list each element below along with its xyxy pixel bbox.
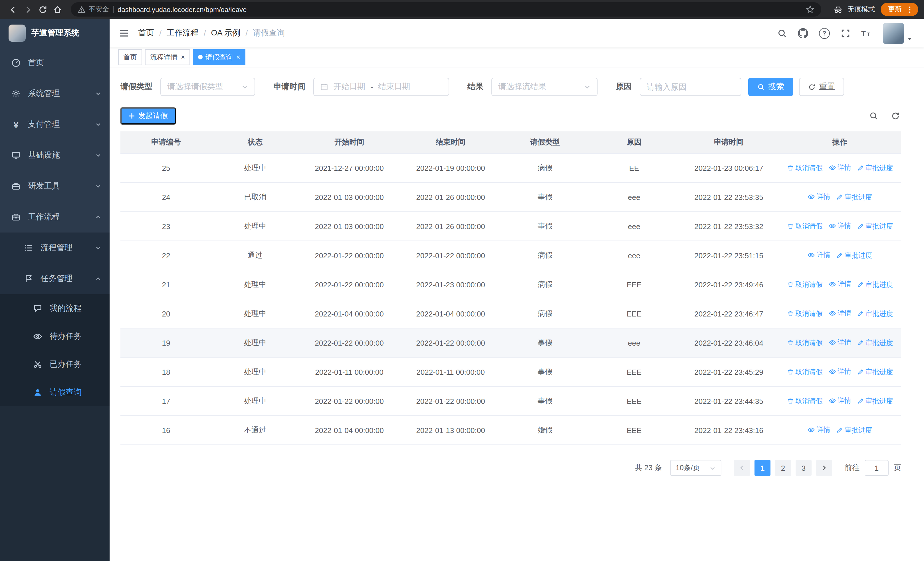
font-size-icon[interactable]: TT [861,28,872,38]
detail-action-link[interactable]: 详情 [808,250,830,260]
refresh-table-icon[interactable] [891,111,900,120]
prev-page-button[interactable] [734,460,750,476]
progress-action-link[interactable]: 审批进度 [857,163,893,173]
fullscreen-icon[interactable] [841,28,850,38]
detail-action-link[interactable]: 详情 [828,221,851,231]
back-icon[interactable] [6,2,21,17]
breadcrumb-home[interactable]: 首页 [138,28,154,38]
chevron-down-icon [242,83,248,90]
result-select[interactable]: 请选择流结果 [491,78,597,96]
cell-end-time: 2022-01-22 00:00:00 [400,241,501,270]
sidebar-item-done-tasks[interactable]: 已办任务 [0,350,110,378]
search-button[interactable]: 搜索 [748,78,793,96]
menu-dots-icon [906,5,914,14]
toggle-search-icon[interactable] [869,111,878,120]
detail-action-link[interactable]: 详情 [808,192,830,202]
github-icon[interactable] [798,28,808,38]
bookmark-star-icon[interactable] [806,5,814,14]
close-icon[interactable]: × [181,54,185,60]
page-button-2[interactable]: 2 [775,460,791,476]
cell-actions: 详情审批进度 [778,416,901,445]
help-icon[interactable]: ? [819,28,830,39]
update-label: 更新 [888,5,902,14]
omnibox-divider [113,6,114,13]
progress-action-link[interactable]: 审批进度 [836,192,872,202]
flag-icon [24,274,33,283]
delete-icon [787,368,794,375]
tab-leave-query[interactable]: 请假查询 × [193,49,245,65]
cancel-action-link[interactable]: 取消请假 [787,163,823,173]
sidebar-item-payment[interactable]: ¥ 支付管理 [0,109,110,140]
sidebar-item-devtools[interactable]: 研发工具 [0,171,110,202]
cell-reason: EEE [589,299,679,328]
cancel-action-link[interactable]: 取消请假 [787,309,823,319]
edit-icon [836,252,843,259]
cell-actions: 详情审批进度 [778,241,901,270]
tab-home[interactable]: 首页 [118,49,142,65]
update-button[interactable]: 更新 [880,3,918,16]
cancel-action-link[interactable]: 取消请假 [787,280,823,289]
reason-label: 原因 [616,82,632,92]
progress-action-link[interactable]: 审批进度 [857,280,893,289]
user-menu[interactable] [883,23,913,44]
page-button-1[interactable]: 1 [754,460,771,476]
app-logo[interactable]: 芋道管理系统 [0,19,110,47]
cell-start-time: 2022-01-04 00:00:00 [298,299,400,328]
sidebar-item-todo-tasks[interactable]: 待办任务 [0,322,110,350]
page-size-select[interactable]: 10条/页 [670,460,722,476]
sidebar-item-my-process[interactable]: 我的流程 [0,294,110,322]
sidebar-item-infra[interactable]: 基础设施 [0,140,110,171]
search-icon[interactable] [777,28,787,38]
home-icon[interactable] [50,2,65,17]
breadcrumb-workflow[interactable]: 工作流程 [166,28,199,38]
sidebar-filler [0,406,110,561]
tab-process-detail[interactable]: 流程详情 × [145,49,190,65]
incognito-badge[interactable]: 无痕模式 [832,4,875,15]
detail-action-link[interactable]: 详情 [828,338,851,347]
detail-action-link[interactable]: 详情 [828,308,851,318]
progress-action-link[interactable]: 审批进度 [836,251,872,260]
detail-action-link[interactable]: 详情 [828,279,851,289]
sidebar-item-workflow[interactable]: 工作流程 [0,202,110,233]
sidebar-item-home[interactable]: 首页 [0,47,110,78]
detail-action-link[interactable]: 详情 [828,163,851,173]
forward-icon[interactable] [21,2,35,17]
close-icon[interactable]: × [236,54,240,60]
progress-action-link[interactable]: 审批进度 [836,425,872,435]
sidebar-item-system[interactable]: 系统管理 [0,78,110,109]
goto-page-input[interactable] [865,460,889,476]
leave-type-select[interactable]: 请选择请假类型 [160,78,255,96]
progress-action-link[interactable]: 审批进度 [857,367,893,377]
detail-action-link[interactable]: 详情 [828,396,851,406]
tags-view-bar: 首页 流程详情 × 请假查询 × [110,47,924,68]
reload-icon[interactable] [35,2,50,17]
cancel-action-link[interactable]: 取消请假 [787,221,823,231]
security-chip[interactable]: 不安全 [78,5,109,14]
eye-icon [828,397,836,405]
avatar[interactable] [883,23,904,44]
cell-actions: 取消请假详情审批进度 [778,328,901,357]
reset-button[interactable]: 重置 [799,78,844,96]
reason-input[interactable] [640,78,741,95]
cancel-action-link[interactable]: 取消请假 [787,338,823,347]
edit-icon [836,194,843,200]
detail-action-link[interactable]: 详情 [808,425,830,435]
page-button-3[interactable]: 3 [796,460,812,476]
progress-action-link[interactable]: 审批进度 [857,221,893,231]
progress-action-link[interactable]: 审批进度 [857,396,893,406]
address-bar[interactable]: 不安全 dashboard.yudao.iocoder.cn/bpm/oa/le… [71,2,821,17]
collapse-sidebar-icon[interactable] [110,28,138,38]
sidebar-item-task-mgmt[interactable]: 任务管理 [0,263,110,294]
sidebar-item-leave-query[interactable]: 请假查询 [0,378,110,406]
progress-action-link[interactable]: 审批进度 [857,309,893,319]
cancel-action-link[interactable]: 取消请假 [787,367,823,377]
sidebar-item-process-mgmt[interactable]: 流程管理 [0,233,110,263]
url-text[interactable]: dashboard.yudao.iocoder.cn/bpm/oa/leave [118,5,802,14]
progress-action-link[interactable]: 审批进度 [857,338,893,347]
date-range-picker[interactable]: 开始日期 - 结束日期 [314,78,449,96]
next-page-button[interactable] [816,460,832,476]
create-leave-button[interactable]: 发起请假 [120,107,176,125]
end-date-placeholder: 结束日期 [378,82,410,92]
cancel-action-link[interactable]: 取消请假 [787,396,823,406]
detail-action-link[interactable]: 详情 [828,367,851,376]
